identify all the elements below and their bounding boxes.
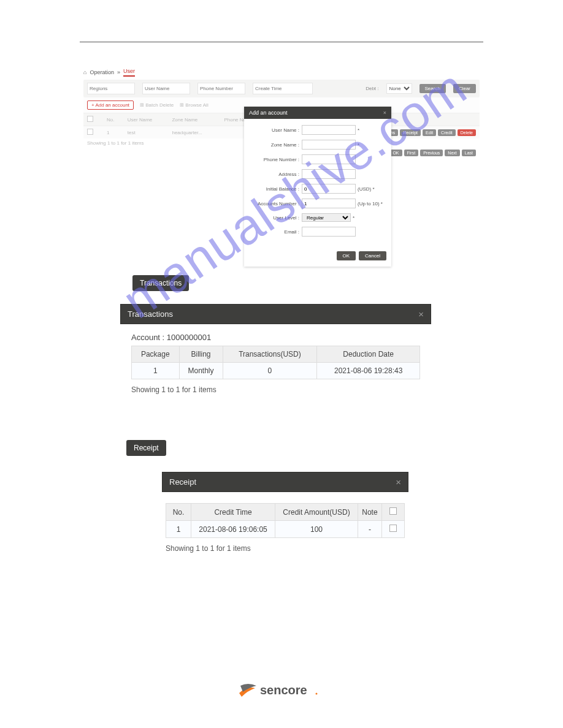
cell-zone: headquarter... (168, 126, 220, 139)
label-level: User Level : (249, 215, 302, 221)
page-first[interactable]: First (404, 150, 419, 156)
accounts-unit: (Up to 10) * (358, 201, 383, 207)
select-all-checkbox[interactable] (87, 116, 93, 122)
filter-phone[interactable] (197, 83, 245, 94)
modal-header: Add an account × (244, 107, 391, 119)
cell-credit-time: 2021-08-06 19:06:05 (191, 521, 275, 538)
modal-title: Add an account (249, 110, 288, 116)
modal-cancel-button[interactable]: Cancel (359, 251, 386, 260)
modal-ok-button[interactable]: OK (337, 251, 356, 260)
col-no: No. (103, 113, 124, 126)
input-balance[interactable] (302, 184, 356, 194)
breadcrumb-user[interactable]: User (123, 68, 135, 77)
page-prev[interactable]: Previous (420, 150, 443, 156)
input-email[interactable] (302, 227, 356, 237)
filter-createtime[interactable] (253, 83, 313, 94)
page-ok[interactable]: OK (389, 150, 402, 156)
cell-deduction-date: 2021-08-06 19:28:43 (317, 363, 420, 379)
brand-logo: sencore (0, 680, 563, 700)
label-accounts: Accounts Number : (249, 201, 302, 207)
label-balance: Initial Balance : (249, 186, 302, 192)
row-checkbox[interactable] (389, 525, 397, 532)
col-check (382, 504, 405, 521)
transactions-body: Account : 1000000001 Package Billing Tra… (120, 324, 431, 401)
filter-username[interactable] (142, 83, 190, 94)
input-accounts[interactable] (302, 199, 356, 208)
cell-trans-usd: 0 (223, 363, 317, 379)
breadcrumb-operation[interactable]: Operation (90, 69, 114, 75)
cell-credit-amount: 100 (275, 521, 358, 538)
receipt-summary: Showing 1 to 1 for 1 items (162, 538, 408, 553)
input-address[interactable] (302, 169, 356, 179)
col-username: User Name (124, 113, 169, 126)
req-star: * (358, 142, 359, 148)
close-icon[interactable]: × (418, 309, 424, 319)
cell-no: 1 (103, 126, 124, 139)
table-row: 1 2021-08-06 19:06:05 100 - (166, 521, 405, 538)
breadcrumb: ⌂ Operation » User (83, 66, 480, 80)
transactions-summary: Showing 1 to 1 for 1 items (120, 379, 431, 394)
close-icon[interactable]: × (383, 110, 386, 116)
filter-debt-select[interactable]: None (386, 83, 412, 94)
clear-button[interactable]: Clear (453, 84, 476, 93)
batch-delete-link[interactable]: ⊞ Batch Delete (140, 102, 174, 108)
svg-point-0 (316, 693, 318, 695)
cell-user: test (124, 126, 169, 139)
user-admin-screenshot: ⌂ Operation » User Debt : None Search Cl… (83, 66, 480, 268)
col-billing: Billing (179, 346, 223, 363)
receipt-header: Receipt × (162, 472, 408, 492)
col-credit-time: Credit Time (191, 504, 275, 521)
transactions-header: Transactions × (120, 304, 431, 324)
label-username: User Name : (249, 127, 302, 133)
credit-button[interactable]: Credit (438, 129, 456, 136)
transactions-title: Transactions (128, 309, 173, 319)
input-zone[interactable] (302, 140, 356, 150)
transactions-chip[interactable]: Transactions (132, 275, 189, 291)
account-label: Account : 1000000001 (120, 333, 431, 346)
row-checkbox[interactable] (87, 129, 93, 135)
cell-package: 1 (132, 363, 180, 379)
receipt-chip[interactable]: Receipt (126, 440, 166, 456)
breadcrumb-sep: » (117, 69, 120, 75)
label-email: Email : (249, 229, 302, 235)
search-button[interactable]: Search (419, 84, 446, 93)
filter-regions[interactable] (87, 83, 135, 94)
add-account-modal: Add an account × User Name :* Zone Name … (244, 107, 391, 267)
col-zone: Zone Name (168, 113, 220, 126)
select-level[interactable]: Regular (302, 213, 351, 222)
add-account-button[interactable]: + Add an account (87, 100, 134, 110)
label-phone: Phone Number : (249, 157, 302, 162)
browse-all-link[interactable]: ⊞ Browse All (180, 102, 209, 108)
cell-no: 1 (166, 521, 191, 538)
delete-button[interactable]: Delete (458, 129, 476, 136)
page-next[interactable]: Next (445, 150, 459, 156)
filter-bar: Debt : None Search Clear (83, 80, 480, 97)
modal-footer: OK Cancel (244, 248, 391, 267)
modal-body: User Name :* Zone Name :* Phone Number :… (244, 119, 391, 248)
cell-billing: Monthly (179, 363, 223, 379)
input-phone[interactable] (302, 154, 356, 164)
receipt-table: No. Credit Time Credit Amount(USD) Note … (166, 503, 405, 538)
table-row: 1 Monthly 0 2021-08-06 19:28:43 (132, 363, 420, 379)
cell-note: - (358, 521, 381, 538)
transactions-panel: Transactions × Account : 1000000001 Pack… (120, 304, 431, 401)
col-package: Package (132, 346, 180, 363)
page-divider (80, 42, 483, 42)
receipt-button[interactable]: Receipt (400, 129, 421, 136)
col-note: Note (358, 504, 381, 521)
page-last[interactable]: Last (462, 150, 476, 156)
select-all-checkbox[interactable] (389, 507, 397, 515)
edit-button[interactable]: Edit (423, 129, 436, 136)
col-trans-usd: Transactions(USD) (223, 346, 317, 363)
balance-unit: (USD) * (358, 186, 375, 192)
receipt-panel: Receipt × No. Credit Time Credit Amount(… (162, 472, 408, 560)
req-star: * (353, 215, 354, 221)
receipt-title: Receipt (169, 477, 196, 487)
col-no: No. (166, 504, 191, 521)
home-icon[interactable]: ⌂ (83, 69, 86, 75)
cell-check (382, 521, 405, 538)
transactions-table: Package Billing Transactions(USD) Deduct… (131, 346, 420, 379)
label-zone: Zone Name : (249, 142, 302, 148)
input-username[interactable] (302, 125, 356, 135)
close-icon[interactable]: × (396, 477, 401, 487)
